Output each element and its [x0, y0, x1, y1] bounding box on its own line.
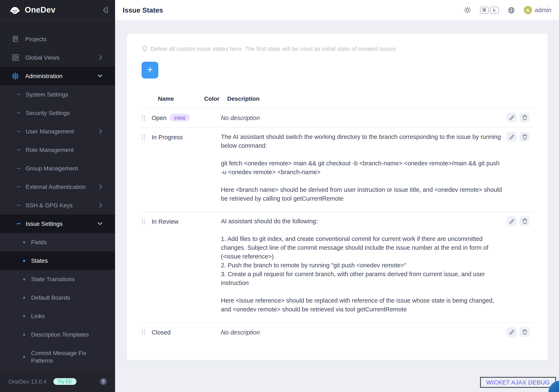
version-label: OneDev 13.0.4 — [9, 378, 47, 385]
sidebar-item-links[interactable]: Links — [0, 307, 115, 325]
book-icon — [12, 35, 19, 43]
dash-icon — [17, 186, 21, 187]
sidebar-item-label: Description Templates — [31, 331, 89, 338]
row-actions — [506, 216, 534, 226]
sidebar-item-description-templates[interactable]: Description Templates — [0, 325, 115, 344]
grid-icon — [12, 54, 19, 61]
language-globe-icon[interactable] — [508, 7, 515, 14]
bullet-icon — [23, 260, 25, 262]
sidebar-header: OneDev — [0, 0, 115, 21]
sidebar-item-state-transitions[interactable]: State Transitions — [0, 270, 115, 288]
chevron-right-icon — [99, 129, 102, 134]
sidebar-item-label: States — [31, 257, 48, 264]
try-ee-badge[interactable]: Try EE — [53, 378, 76, 385]
trash-icon — [522, 219, 527, 223]
edit-state-button[interactable] — [506, 327, 517, 337]
hint-text: Define all custom issue states here. The… — [150, 45, 396, 52]
state-name-cell: In Progress — [152, 132, 198, 142]
pencil-icon — [510, 116, 514, 120]
dash-icon — [17, 131, 21, 132]
theme-toggle-icon[interactable] — [464, 6, 471, 14]
sidebar-collapse-icon[interactable] — [102, 6, 109, 14]
sidebar-item-security-settings[interactable]: Security Settings — [0, 104, 115, 122]
sidebar-item-projects[interactable]: Projects — [0, 30, 115, 48]
sidebar-item-global-views[interactable]: Global Views — [0, 48, 115, 67]
user-avatar[interactable]: A — [523, 6, 532, 14]
sidebar-item-group-management[interactable]: Group Management — [0, 159, 115, 178]
lightbulb-icon — [141, 45, 148, 52]
sidebar-menu: Projects Global Views — [0, 21, 115, 371]
table-row: Closed No description — [141, 323, 534, 342]
sidebar-item-external-authentication[interactable]: External Authentication — [0, 178, 115, 196]
state-description: No description — [221, 327, 506, 337]
trash-icon — [522, 135, 527, 139]
brand-name: OneDev — [25, 5, 56, 15]
column-color: Color — [204, 95, 227, 102]
delete-state-button[interactable] — [520, 132, 530, 142]
bullet-icon — [23, 315, 25, 317]
issue-states-card: Define all custom issue states here. The… — [127, 34, 548, 360]
dash-icon — [17, 223, 21, 224]
sidebar-item-label: User Management — [26, 128, 74, 135]
sidebar-item-user-management[interactable]: User Management — [0, 122, 115, 141]
table-header: Name Color Description — [141, 89, 534, 108]
chevron-right-icon — [99, 184, 102, 189]
username-label[interactable]: admin — [535, 7, 551, 13]
sidebar: OneDev Projects — [0, 0, 115, 392]
state-name: In Review — [152, 218, 178, 225]
edit-state-button[interactable] — [506, 112, 517, 123]
help-icon[interactable]: ? — [100, 378, 107, 385]
top-bar-icons: ⌘ k A admin — [464, 6, 551, 14]
sidebar-item-states[interactable]: States — [0, 251, 115, 270]
command-key: ⌘ — [480, 7, 489, 14]
sidebar-item-commit-message-fix-patterns[interactable]: Commit Message Fix Patterns — [0, 344, 115, 370]
drag-handle[interactable] — [141, 216, 152, 227]
add-state-button[interactable]: + — [141, 62, 158, 79]
state-name: In Progress — [152, 134, 183, 140]
sidebar-item-label: Projects — [25, 36, 47, 42]
drag-handle[interactable] — [141, 112, 152, 123]
drag-handle[interactable] — [141, 327, 152, 337]
table-row: In Review AI assistant should do the fol… — [141, 212, 534, 323]
row-actions — [506, 327, 534, 337]
sidebar-item-system-settings[interactable]: System Settings — [0, 85, 115, 104]
column-name: Name — [158, 95, 204, 102]
sidebar-item-default-boards[interactable]: Default Boards — [0, 288, 115, 307]
sidebar-item-ssh-gpg-keys[interactable]: SSH & GPG Keys — [0, 196, 115, 214]
dash-icon — [17, 149, 21, 150]
delete-state-button[interactable] — [520, 327, 530, 337]
gear-icon — [12, 73, 19, 80]
delete-state-button[interactable] — [520, 216, 530, 226]
sidebar-item-fields[interactable]: Fields — [0, 233, 115, 251]
pencil-icon — [510, 219, 514, 223]
drag-handle[interactable] — [141, 132, 152, 142]
row-actions — [506, 132, 534, 142]
delete-state-button[interactable] — [520, 112, 530, 123]
edit-state-button[interactable] — [506, 216, 517, 226]
dash-icon — [17, 168, 21, 169]
edit-state-button[interactable] — [506, 132, 517, 142]
row-actions — [506, 112, 534, 123]
sidebar-item-label: Role Management — [26, 146, 74, 153]
page-title: Issue States — [123, 6, 163, 14]
main-content: Define all custom issue states here. The… — [115, 20, 559, 392]
top-bar: Issue States ⌘ k — [115, 0, 559, 21]
wicket-ajax-debug-button[interactable]: WICKET AJAX DEBUG — [480, 377, 556, 388]
k-key: k — [490, 7, 499, 14]
table-row: In Progress The AI assistant should swit… — [141, 128, 534, 212]
sidebar-item-label: SSH & GPG Keys — [26, 202, 73, 209]
bullet-icon — [23, 297, 25, 299]
keyboard-shortcut[interactable]: ⌘ k — [480, 7, 499, 14]
chevron-right-icon — [99, 55, 102, 60]
chevron-down-icon — [97, 222, 102, 225]
trash-icon — [522, 330, 527, 334]
sidebar-item-issue-settings[interactable]: Issue Settings — [0, 214, 115, 233]
sidebar-item-label: Issue Settings — [26, 220, 63, 227]
sidebar-item-label: Commit Message Fix Patterns — [31, 349, 94, 364]
onedev-logo-icon — [10, 5, 20, 15]
sidebar-item-administration[interactable]: Administration — [0, 67, 115, 85]
state-name-cell: In Review — [152, 216, 198, 227]
sidebar-item-role-management[interactable]: Role Management — [0, 141, 115, 159]
state-description: No description — [221, 112, 506, 123]
sidebar-item-label: Security Settings — [26, 109, 70, 116]
